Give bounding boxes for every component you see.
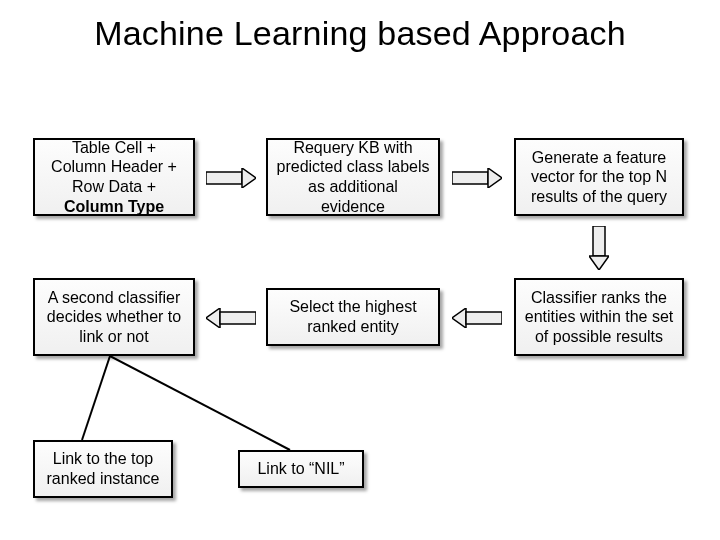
svg-line-11 xyxy=(110,356,290,450)
svg-marker-1 xyxy=(242,168,256,188)
box-classifier-ranks: Classifier ranks the entities within the… xyxy=(514,278,684,356)
svg-rect-9 xyxy=(220,312,256,324)
box-feature-vector: Generate a feature vector for the top N … xyxy=(514,138,684,216)
box-second-classifier-text: A second classifier decides whether to l… xyxy=(43,288,185,347)
svg-rect-7 xyxy=(466,312,502,324)
box-classifier-ranks-text: Classifier ranks the entities within the… xyxy=(524,288,674,347)
slide-title: Machine Learning based Approach xyxy=(0,0,720,53)
svg-marker-8 xyxy=(206,308,220,328)
svg-rect-4 xyxy=(593,226,605,256)
arrow-right-2 xyxy=(452,168,502,188)
box-requery-kb: Requery KB with predicted class labels a… xyxy=(266,138,440,216)
svg-line-10 xyxy=(82,356,110,440)
box-select-highest-text: Select the highest ranked entity xyxy=(276,297,430,336)
arrow-left-2 xyxy=(206,308,256,328)
svg-marker-3 xyxy=(488,168,502,188)
arrow-left-1 xyxy=(452,308,502,328)
box-requery-kb-text: Requery KB with predicted class labels a… xyxy=(276,138,430,216)
svg-rect-2 xyxy=(452,172,488,184)
svg-rect-0 xyxy=(206,172,242,184)
box-table-cell-text: Table Cell + Column Header + Row Data + … xyxy=(43,138,185,216)
box-second-classifier: A second classifier decides whether to l… xyxy=(33,278,195,356)
arrow-right-1 xyxy=(206,168,256,188)
line-to-link-nil xyxy=(110,356,300,456)
svg-marker-5 xyxy=(589,256,609,270)
svg-marker-6 xyxy=(452,308,466,328)
box-select-highest: Select the highest ranked entity xyxy=(266,288,440,346)
box-link-nil-text: Link to “NIL” xyxy=(257,459,344,479)
arrow-down-1 xyxy=(589,226,609,270)
box-feature-vector-text: Generate a feature vector for the top N … xyxy=(524,148,674,207)
box-table-cell: Table Cell + Column Header + Row Data + … xyxy=(33,138,195,216)
